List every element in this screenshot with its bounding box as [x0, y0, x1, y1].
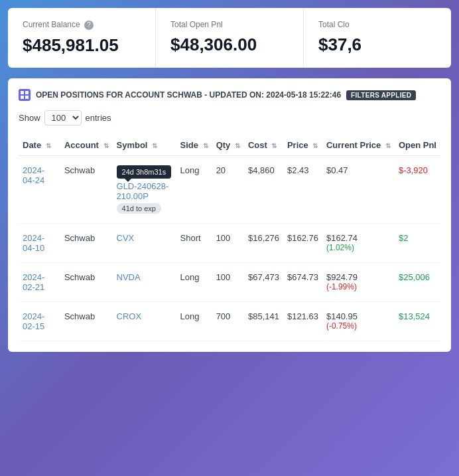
symbol-link[interactable]: CVX	[117, 233, 135, 243]
cell-side: Short	[176, 224, 212, 263]
closed-label: Total Clo	[318, 20, 436, 29]
closed-card: Total Clo $37,6	[304, 8, 451, 68]
sort-symbol: ⇅	[152, 142, 157, 149]
date-link[interactable]: 2024-04-10	[23, 233, 44, 253]
cell-cost: $4,860	[244, 156, 283, 224]
exp-badge: 41d to exp	[117, 203, 161, 214]
cell-open-pnl: $-3,920	[395, 156, 440, 224]
sort-account: ⇅	[103, 142, 109, 149]
col-cost[interactable]: Cost ⇅	[244, 135, 283, 156]
cell-symbol: 24d 3h8m31sGLD-240628-210.00P41d to exp	[113, 156, 176, 224]
cell-open-pnl: $25,006	[395, 263, 440, 302]
symbol-link[interactable]: NVDA	[117, 272, 141, 282]
cell-price: $674.73	[283, 263, 322, 302]
cell-current-price: $924.79(-1.99%)	[322, 263, 395, 302]
col-account[interactable]: Account ⇅	[60, 135, 113, 156]
current-price-main: $0.47	[326, 165, 391, 175]
positions-table: Date ⇅ Account ⇅ Symbol ⇅ Side ⇅ Qty ⇅ C…	[19, 135, 440, 341]
date-link[interactable]: 2024-02-21	[23, 272, 44, 292]
col-open-pnl[interactable]: Open Pnl	[395, 135, 440, 156]
cell-cost: $85,141	[244, 302, 283, 341]
col-date[interactable]: Date ⇅	[19, 135, 60, 156]
cell-qty: 20	[212, 156, 244, 224]
table-row: 2024-02-21SchwabNVDALong100$67,473$674.7…	[19, 263, 440, 302]
current-price-main: $162.74	[326, 233, 391, 243]
current-price-main: $924.79	[326, 272, 391, 282]
cell-price: $121.63	[283, 302, 322, 341]
cell-open-pnl: $2	[395, 224, 440, 263]
cell-symbol: CROX	[113, 302, 176, 341]
cell-current-price: $140.95(-0.75%)	[322, 302, 395, 341]
cell-side: Long	[176, 156, 212, 224]
entries-select[interactable]: 100 25 50	[44, 110, 82, 125]
cell-date: 2024-02-21	[19, 263, 60, 302]
sort-price: ⇅	[312, 142, 318, 149]
cell-open-pnl: $13,524	[395, 302, 440, 341]
svg-rect-3	[25, 96, 29, 99]
cell-account: Schwab	[60, 224, 113, 263]
cell-date: 2024-02-15	[19, 302, 60, 341]
date-link[interactable]: 2024-02-15	[23, 311, 44, 331]
table-header-row: Date ⇅ Account ⇅ Symbol ⇅ Side ⇅ Qty ⇅ C…	[19, 135, 440, 156]
open-pnl-value: $48,306.00	[170, 35, 289, 55]
sort-side: ⇅	[203, 142, 208, 149]
balance-help-icon[interactable]: ?	[84, 21, 94, 30]
sort-qty: ⇅	[235, 142, 240, 149]
cell-account: Schwab	[60, 263, 113, 302]
cell-current-price: $0.47	[322, 156, 395, 224]
cell-account: Schwab	[60, 156, 113, 224]
panel-header: OPEN POSITIONS FOR ACCOUNT SCHWAB - UPDA…	[19, 89, 440, 101]
col-qty[interactable]: Qty ⇅	[212, 135, 244, 156]
tooltip-box: 24d 3h8m31s	[117, 165, 172, 179]
closed-value: $37,6	[318, 35, 436, 55]
table-row: 2024-02-15SchwabCROXLong700$85,141$121.6…	[19, 302, 440, 341]
cell-price: $2.43	[283, 156, 322, 224]
current-price-main: $140.95	[326, 311, 391, 321]
current-price-change: (-0.75%)	[326, 321, 391, 331]
main-panel: OPEN POSITIONS FOR ACCOUNT SCHWAB - UPDA…	[8, 78, 451, 352]
filters-badge: FILTERS APPLIED	[346, 90, 416, 100]
balance-label: Current Balance ?	[23, 20, 141, 30]
show-entries-row: Show 100 25 50 entries	[19, 110, 440, 125]
col-price[interactable]: Price ⇅	[283, 135, 322, 156]
svg-rect-1	[25, 91, 29, 94]
cell-symbol: CVX	[113, 224, 176, 263]
symbol-link[interactable]: GLD-240628-210.00P	[117, 181, 169, 201]
open-pnl-label: Total Open Pnl	[170, 20, 289, 29]
entries-label: entries	[86, 113, 111, 123]
panel-title: OPEN POSITIONS FOR ACCOUNT SCHWAB - UPDA…	[36, 90, 341, 100]
open-pnl-card: Total Open Pnl $48,306.00	[156, 8, 304, 68]
cell-qty: 700	[212, 302, 244, 341]
grid-icon	[21, 91, 29, 99]
cell-symbol: NVDA	[113, 263, 176, 302]
cell-cost: $16,276	[244, 224, 283, 263]
symbol-link[interactable]: CROX	[117, 311, 142, 321]
col-side[interactable]: Side ⇅	[176, 135, 212, 156]
summary-cards: Current Balance ? $485,981.05 Total Open…	[8, 8, 451, 68]
cell-price: $162.76	[283, 224, 322, 263]
current-price-change: (-1.99%)	[326, 282, 391, 291]
table-row: 2024-04-10SchwabCVXShort100$16,276$162.7…	[19, 224, 440, 263]
col-symbol[interactable]: Symbol ⇅	[113, 135, 176, 156]
balance-value: $485,981.05	[23, 35, 141, 56]
cell-date: 2024-04-10	[19, 224, 60, 263]
cell-side: Long	[176, 302, 212, 341]
cell-cost: $67,473	[244, 263, 283, 302]
cell-current-price: $162.74(1.02%)	[322, 224, 395, 263]
date-link[interactable]: 2024-04-24	[23, 165, 44, 185]
table-row: 2024-04-24Schwab24d 3h8m31sGLD-240628-21…	[19, 156, 440, 224]
svg-rect-0	[21, 91, 24, 94]
cell-qty: 100	[212, 224, 244, 263]
table-icon	[19, 89, 31, 101]
cell-side: Long	[176, 263, 212, 302]
sort-cost: ⇅	[271, 142, 277, 149]
balance-card: Current Balance ? $485,981.05	[8, 8, 156, 68]
col-current-price[interactable]: Current Price ⇅	[322, 135, 395, 156]
current-price-change: (1.02%)	[326, 243, 391, 252]
svg-rect-2	[21, 96, 24, 99]
cell-date: 2024-04-24	[19, 156, 60, 224]
sort-current-price: ⇅	[385, 142, 391, 149]
sort-date: ⇅	[46, 142, 51, 149]
balance-label-text: Current Balance	[23, 20, 80, 29]
cell-account: Schwab	[60, 302, 113, 341]
